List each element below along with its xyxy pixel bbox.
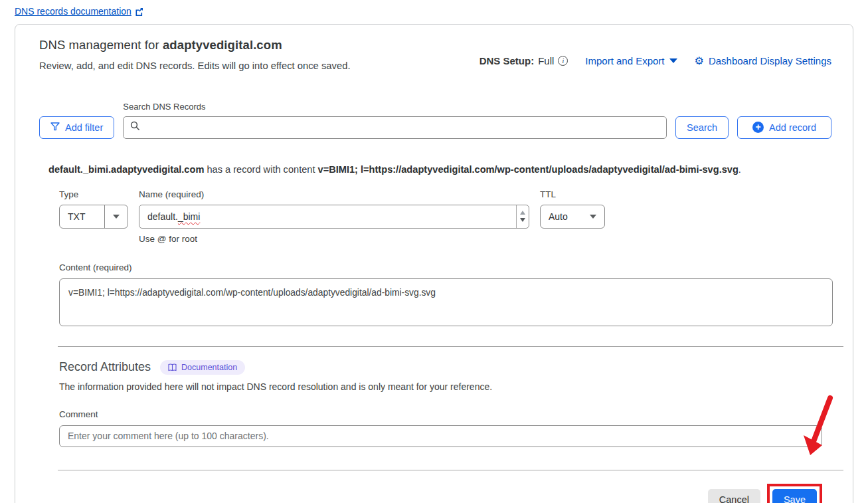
comment-label: Comment [59, 409, 831, 419]
external-link-icon [135, 7, 143, 16]
record-attributes-description: The information provided here will not i… [59, 381, 831, 392]
plus-circle-icon: + [752, 122, 764, 133]
stepper-control[interactable] [516, 205, 529, 228]
record-attributes-heading: Record Attributes [59, 360, 151, 374]
add-record-label: Add record [769, 122, 816, 133]
footer-divider [58, 470, 843, 470]
name-helper-text: Use @ for root [139, 234, 529, 244]
funnel-icon [50, 122, 60, 133]
search-input[interactable] [145, 122, 659, 133]
type-select[interactable]: TXT [59, 205, 128, 229]
annotation-highlight-box: Save [767, 484, 822, 503]
stepper-up-icon[interactable] [520, 211, 525, 215]
type-label: Type [59, 189, 128, 199]
dns-setup-value: Full [538, 55, 554, 66]
search-button-label: Search [687, 122, 717, 133]
name-label: Name (required) [139, 189, 529, 199]
name-flagged-text: _bimi [178, 211, 200, 222]
page-title: DNS management for adaptyvedigital.com [39, 38, 351, 52]
record-edit-form-row: Type TXT Name (required) default._bimi U… [59, 189, 605, 244]
content-textarea[interactable]: v=BIMI1; l=https://adaptyvedigital.com/w… [59, 278, 833, 326]
select-separator [104, 205, 105, 228]
chevron-down-icon [590, 215, 596, 219]
page-subtitle: Review, add, and edit DNS records. Edits… [39, 58, 351, 74]
search-button[interactable]: Search [675, 116, 729, 139]
documentation-badge-label: Documentation [181, 363, 237, 372]
search-icon [130, 121, 140, 134]
dashboard-display-settings-label: Dashboard Display Settings [709, 55, 831, 66]
panel-header: DNS management for adaptyvedigital.com R… [39, 38, 831, 74]
chevron-down-icon [113, 215, 120, 219]
dns-docs-link[interactable]: DNS records documentation [15, 6, 143, 17]
form-footer: Cancel Save [39, 484, 831, 503]
notice-record-content: v=BIMI1; l=https://adaptyvedigital.com/w… [318, 164, 738, 175]
dns-setup-label: DNS Setup: [479, 55, 535, 66]
import-export-label: Import and Export [585, 55, 664, 66]
search-input-label: Search DNS Records [123, 102, 667, 112]
name-input[interactable]: default._bimi [139, 205, 529, 229]
add-filter-label: Add filter [65, 122, 103, 133]
dns-setup-status: DNS Setup: Full i [479, 55, 568, 66]
info-icon[interactable]: i [558, 56, 568, 66]
dns-management-panel: DNS management for adaptyvedigital.com R… [15, 24, 853, 503]
search-toolbar: Add filter Search DNS Records Search + A… [39, 102, 831, 139]
documentation-badge[interactable]: Documentation [160, 360, 245, 375]
stepper-down-icon[interactable] [520, 218, 525, 222]
import-export-menu[interactable]: Import and Export [585, 55, 677, 66]
content-label: Content (required) [59, 262, 831, 272]
search-input-container [123, 116, 667, 139]
dns-docs-link-label: DNS records documentation [15, 6, 131, 17]
add-filter-button[interactable]: Add filter [39, 116, 114, 139]
add-record-button[interactable]: + Add record [737, 116, 831, 139]
cancel-button[interactable]: Cancel [708, 489, 760, 503]
dashboard-display-settings-link[interactable]: ⚙ Dashboard Display Settings [695, 55, 831, 66]
save-button[interactable]: Save [772, 489, 817, 503]
ttl-select-value: Auto [541, 211, 582, 222]
chevron-down-icon [669, 58, 677, 63]
top-link-bar: DNS records documentation [0, 0, 868, 17]
record-exists-notice: default._bimi.adaptyvedigital.com has a … [48, 164, 831, 175]
section-divider [58, 346, 843, 347]
comment-input[interactable] [59, 425, 822, 447]
record-attributes-section: Record Attributes Documentation The info… [59, 360, 831, 392]
ttl-select[interactable]: Auto [540, 205, 605, 229]
notice-record-name: default._bimi.adaptyvedigital.com [48, 164, 204, 175]
book-icon [168, 363, 177, 371]
page-title-domain: adaptyvedigital.com [163, 38, 282, 52]
ttl-label: TTL [540, 189, 605, 199]
gear-icon: ⚙ [695, 56, 704, 66]
type-select-value: TXT [60, 211, 104, 222]
